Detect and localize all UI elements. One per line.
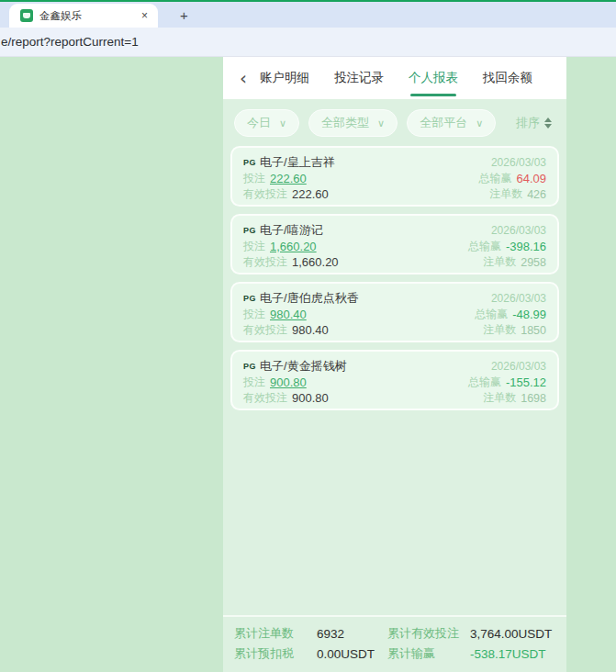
bet-label: 投注 bbox=[243, 307, 265, 322]
type-filter-label: 全部类型 bbox=[321, 115, 369, 131]
provider-logo-icon: PG bbox=[243, 362, 256, 371]
card-date: 2026/03/03 bbox=[491, 292, 546, 305]
tab-personal-report[interactable]: 个人报表 bbox=[409, 57, 458, 99]
provider-logo-icon: PG bbox=[243, 226, 256, 235]
summary-value: 3,764.00USDT bbox=[470, 627, 552, 641]
game-title: 电子/嘻游记 bbox=[260, 222, 323, 239]
valid-bet-value: 980.40 bbox=[292, 323, 329, 337]
tab-bet-records[interactable]: 投注记录 bbox=[334, 57, 384, 99]
type-filter-dropdown[interactable]: 全部类型 ∨ bbox=[308, 109, 398, 137]
orders-label: 注单数 bbox=[489, 186, 522, 202]
winloss-value: 64.09 bbox=[516, 172, 546, 185]
bet-label: 投注 bbox=[243, 375, 265, 390]
report-card[interactable]: PG 电子/嘻游记 2026/03/03 投注 1,660.20 总输赢 -39… bbox=[230, 214, 559, 274]
winloss-value: -155.12 bbox=[506, 375, 546, 389]
orders-count: 426 bbox=[527, 188, 546, 201]
winloss-label: 总输赢 bbox=[478, 171, 511, 186]
browser-tab-title: 金鑫娱乐 bbox=[39, 9, 139, 23]
date-filter-dropdown[interactable]: 今日 ∨ bbox=[234, 109, 299, 137]
valid-bet-label: 有效投注 bbox=[243, 254, 287, 270]
chevron-down-icon: ∨ bbox=[377, 118, 385, 129]
back-button[interactable]: ‹ bbox=[236, 67, 251, 89]
valid-bet-value: 900.80 bbox=[292, 391, 329, 405]
nav-header: ‹ 账户明细 投注记录 个人报表 找回余额 bbox=[223, 57, 566, 99]
browser-tab-strip: 金鑫娱乐 × + bbox=[0, 2, 616, 28]
nav-tabs: 账户明细 投注记录 个人报表 找回余额 bbox=[260, 57, 532, 99]
summary-total-valid-bets: 累计有效投注 3,764.00USDT bbox=[387, 623, 554, 644]
site-favicon-icon bbox=[20, 9, 33, 22]
provider-logo-icon: PG bbox=[243, 158, 256, 167]
summary-label: 累计预扣税 bbox=[234, 645, 317, 662]
platform-filter-label: 全部平台 bbox=[420, 115, 467, 131]
game-title: 电子/皇上吉祥 bbox=[260, 154, 335, 171]
report-card[interactable]: PG 电子/唐伯虎点秋香 2026/03/03 投注 980.40 总输赢 -4… bbox=[230, 282, 559, 342]
bet-amount-link[interactable]: 900.80 bbox=[270, 375, 307, 389]
report-card-list: PG 电子/皇上吉祥 2026/03/03 投注 222.60 总输赢 64.0… bbox=[223, 146, 566, 410]
date-filter-label: 今日 bbox=[247, 115, 271, 131]
orders-count: 2958 bbox=[521, 256, 546, 269]
valid-bet-value: 1,660.20 bbox=[292, 255, 339, 269]
game-title: 电子/黄金摇钱树 bbox=[260, 358, 347, 375]
tab-close-icon[interactable]: × bbox=[139, 9, 151, 22]
sort-control[interactable]: 排序 bbox=[516, 115, 552, 131]
card-date: 2026/03/03 bbox=[491, 360, 546, 373]
tab-recover-balance[interactable]: 找回余额 bbox=[483, 57, 532, 99]
winloss-label: 总输赢 bbox=[475, 307, 508, 322]
chevron-down-icon: ∨ bbox=[476, 118, 483, 129]
browser-tab[interactable]: 金鑫娱乐 × bbox=[9, 4, 158, 28]
report-card[interactable]: PG 电子/皇上吉祥 2026/03/03 投注 222.60 总输赢 64.0… bbox=[230, 146, 559, 207]
winloss-label: 总输赢 bbox=[468, 239, 501, 254]
orders-count: 1698 bbox=[521, 392, 546, 405]
winloss-label: 总输赢 bbox=[468, 375, 501, 390]
summary-footer: 累计注单数 6932 累计有效投注 3,764.00USDT 累计预扣税 0.0… bbox=[223, 615, 566, 672]
summary-total-withheld-tax: 累计预扣税 0.00USDT bbox=[234, 644, 387, 664]
provider-logo-icon: PG bbox=[243, 294, 256, 303]
filter-bar: 今日 ∨ 全部类型 ∨ 全部平台 ∨ 排序 bbox=[234, 109, 555, 137]
game-title: 电子/唐伯虎点秋香 bbox=[260, 290, 359, 307]
valid-bet-label: 有效投注 bbox=[243, 390, 287, 406]
address-bar[interactable]: e/report?reportCurrent=1 bbox=[0, 28, 616, 57]
summary-value: -538.17USDT bbox=[470, 647, 546, 661]
bet-label: 投注 bbox=[243, 239, 265, 254]
sort-arrows-icon bbox=[544, 118, 552, 129]
chevron-down-icon: ∨ bbox=[279, 118, 286, 129]
page-background: ‹ 账户明细 投注记录 个人报表 找回余额 今日 ∨ 全部类型 ∨ 全部平台 bbox=[0, 57, 616, 672]
card-date: 2026/03/03 bbox=[491, 156, 546, 169]
orders-count: 1850 bbox=[521, 324, 546, 337]
winloss-value: -48.99 bbox=[512, 308, 546, 321]
bet-amount-link[interactable]: 1,660.20 bbox=[270, 240, 317, 253]
orders-label: 注单数 bbox=[483, 322, 516, 338]
summary-total-winloss: 累计输赢 -538.17USDT bbox=[387, 644, 554, 664]
valid-bet-label: 有效投注 bbox=[243, 322, 287, 338]
summary-label: 累计注单数 bbox=[234, 625, 317, 642]
valid-bet-label: 有效投注 bbox=[243, 186, 287, 202]
orders-label: 注单数 bbox=[483, 390, 516, 406]
report-panel: ‹ 账户明细 投注记录 个人报表 找回余额 今日 ∨ 全部类型 ∨ 全部平台 bbox=[223, 57, 566, 672]
address-bar-url: e/report?reportCurrent=1 bbox=[1, 35, 139, 49]
summary-value: 0.00USDT bbox=[317, 647, 375, 661]
orders-label: 注单数 bbox=[483, 254, 516, 270]
summary-label: 累计输赢 bbox=[387, 645, 470, 662]
bet-amount-link[interactable]: 980.40 bbox=[270, 308, 307, 321]
tab-account-detail[interactable]: 账户明细 bbox=[260, 57, 309, 99]
valid-bet-value: 222.60 bbox=[292, 187, 329, 201]
sort-label: 排序 bbox=[516, 115, 540, 131]
new-tab-button[interactable]: + bbox=[174, 4, 194, 28]
platform-filter-dropdown[interactable]: 全部平台 ∨ bbox=[407, 109, 496, 137]
report-body: 今日 ∨ 全部类型 ∨ 全部平台 ∨ 排序 bbox=[223, 99, 566, 615]
bet-amount-link[interactable]: 222.60 bbox=[270, 172, 307, 185]
summary-total-orders: 累计注单数 6932 bbox=[234, 623, 387, 644]
report-card[interactable]: PG 电子/黄金摇钱树 2026/03/03 投注 900.80 总输赢 -15… bbox=[230, 350, 559, 410]
summary-label: 累计有效投注 bbox=[387, 625, 470, 642]
card-date: 2026/03/03 bbox=[491, 224, 546, 237]
bet-label: 投注 bbox=[243, 171, 265, 186]
winloss-value: -398.16 bbox=[506, 240, 546, 253]
summary-value: 6932 bbox=[317, 627, 344, 641]
